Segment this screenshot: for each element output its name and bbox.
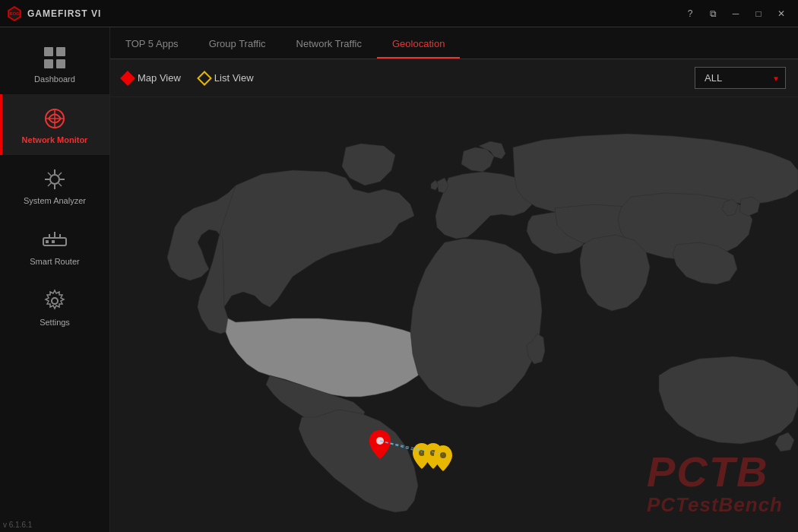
sidebar-label-system-analyzer: System Analyzer — [24, 196, 86, 205]
smart-router-icon — [41, 226, 68, 254]
dashboard-icon — [41, 44, 68, 71]
sidebar-item-settings[interactable]: Settings — [0, 277, 109, 337]
sidebar: Dashboard Network Monitor — [0, 27, 110, 532]
sidebar-label-dashboard: Dashboard — [34, 74, 75, 84]
tab-bar: TOP 5 Apps Group Traffic Network Traffic… — [110, 27, 798, 59]
maximize-button[interactable]: □ — [748, 6, 769, 21]
content-area: TOP 5 Apps Group Traffic Network Traffic… — [110, 27, 798, 532]
list-view-icon — [197, 71, 212, 86]
titlebar: ROG GAMEFIRST VI ? ⧉ ─ □ ✕ — [0, 0, 798, 27]
main-layout: Dashboard Network Monitor — [0, 27, 798, 532]
svg-line-16 — [59, 183, 62, 186]
filter-dropdown[interactable]: ALL Download Upload — [695, 67, 786, 89]
map-view-icon — [120, 71, 135, 86]
help-button[interactable]: ? — [679, 6, 701, 21]
svg-text:ROG: ROG — [10, 11, 20, 16]
close-button[interactable]: ✕ — [771, 6, 792, 21]
sidebar-item-network-monitor[interactable]: Network Monitor — [0, 94, 109, 155]
svg-line-17 — [59, 173, 62, 176]
filter-dropdown-wrapper: ALL Download Upload — [695, 67, 786, 89]
map-view-option[interactable]: Map View — [122, 72, 181, 84]
sidebar-item-system-analyzer[interactable]: System Analyzer — [0, 155, 109, 216]
sidebar-item-smart-router[interactable]: Smart Router — [0, 216, 109, 277]
minimize-button[interactable]: ─ — [725, 6, 746, 21]
sidebar-label-settings: Settings — [40, 318, 70, 327]
tab-geolocation[interactable]: Geolocation — [377, 30, 460, 59]
svg-line-15 — [48, 173, 51, 176]
system-analyzer-icon — [41, 166, 68, 193]
svg-rect-6 — [56, 59, 65, 68]
app-logo: ROG GAMEFIRST VI — [6, 5, 101, 22]
sidebar-item-dashboard[interactable]: Dashboard — [0, 33, 109, 94]
world-map — [110, 97, 798, 532]
svg-rect-4 — [56, 47, 65, 56]
network-monitor-icon — [41, 105, 68, 132]
list-view-label: List View — [214, 72, 254, 84]
sidebar-label-network-monitor: Network Monitor — [22, 135, 88, 144]
view-bar: Map View List View ALL Download Upload — [110, 59, 798, 97]
svg-line-18 — [48, 183, 51, 186]
svg-rect-3 — [44, 47, 53, 56]
svg-point-30 — [440, 452, 446, 458]
svg-point-28 — [419, 450, 425, 456]
switch-button[interactable]: ⧉ — [702, 6, 724, 21]
map-area: PCTB PCTestBench — [110, 97, 798, 532]
map-view-label: Map View — [138, 72, 181, 84]
list-view-option[interactable]: List View — [199, 72, 254, 84]
svg-point-10 — [50, 175, 59, 184]
svg-rect-20 — [46, 240, 49, 243]
rog-icon: ROG — [6, 5, 23, 22]
sidebar-label-smart-router: Smart Router — [30, 257, 79, 266]
settings-icon — [41, 287, 68, 315]
svg-rect-21 — [52, 240, 55, 243]
svg-point-25 — [52, 298, 58, 304]
version-label: v 6.1.6.1 — [3, 521, 32, 529]
tab-group-traffic[interactable]: Group Traffic — [194, 30, 281, 59]
tab-network-traffic[interactable]: Network Traffic — [281, 30, 377, 59]
tab-top5apps[interactable]: TOP 5 Apps — [110, 30, 194, 59]
svg-rect-5 — [44, 59, 53, 68]
app-title: GAMEFIRST VI — [27, 8, 101, 19]
window-controls: ? ⧉ ─ □ ✕ — [679, 6, 792, 21]
